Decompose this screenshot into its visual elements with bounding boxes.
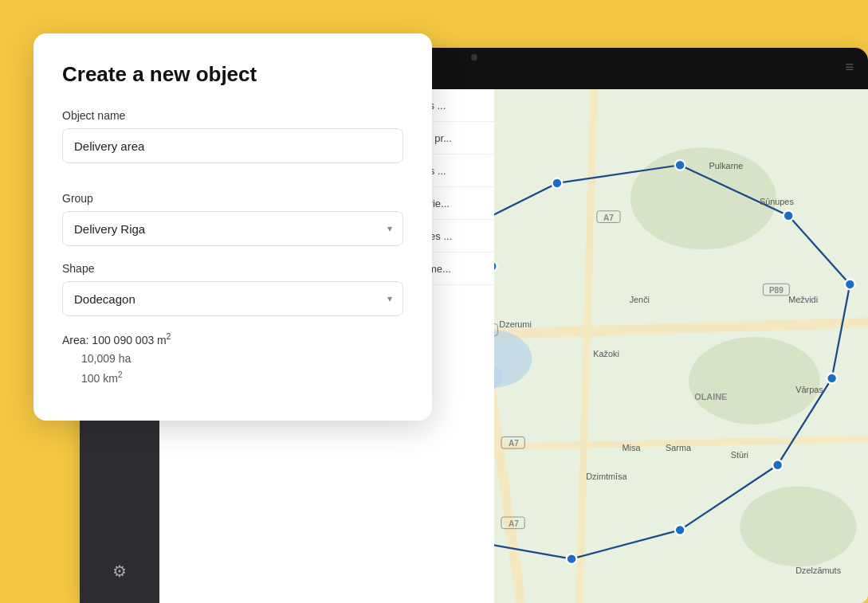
area-details: 10,009 ha 100 km2 bbox=[62, 350, 403, 389]
svg-point-10 bbox=[689, 337, 820, 425]
shape-label: Shape bbox=[62, 262, 403, 275]
group-label: Group bbox=[62, 192, 403, 205]
sidebar-icon-settings[interactable]: ⚙ bbox=[100, 552, 139, 590]
shape-select-wrapper: Dodecagon ▾ bbox=[62, 281, 403, 316]
svg-text:A7: A7 bbox=[509, 519, 519, 528]
menu-icon[interactable]: ≡ bbox=[845, 59, 854, 76]
object-name-input[interactable] bbox=[62, 128, 403, 163]
shape-select[interactable]: Dodecagon bbox=[62, 281, 403, 316]
camera-dot bbox=[471, 54, 477, 61]
svg-text:A7: A7 bbox=[509, 439, 519, 448]
area-ha: 10,009 ha bbox=[81, 350, 403, 369]
area-m2: Area: 100 090 003 m2 bbox=[62, 332, 403, 347]
svg-point-12 bbox=[740, 487, 856, 567]
area-km: 100 km2 bbox=[81, 368, 403, 388]
svg-point-9 bbox=[630, 147, 776, 249]
group-select-wrapper: Delivery Riga ▾ bbox=[62, 211, 403, 246]
modal-title: Create a new object bbox=[62, 62, 403, 87]
object-name-group: Object name bbox=[62, 109, 403, 179]
area-info: Area: 100 090 003 m2 10,009 ha 100 km2 bbox=[62, 332, 403, 389]
group-group: Group Delivery Riga ▾ bbox=[62, 192, 403, 246]
group-select[interactable]: Delivery Riga bbox=[62, 211, 403, 246]
svg-text:P89: P89 bbox=[769, 286, 784, 295]
object-name-label: Object name bbox=[62, 109, 403, 122]
shape-group: Shape Dodecagon ▾ bbox=[62, 262, 403, 316]
modal-card: Create a new object Object name Group De… bbox=[33, 33, 432, 421]
svg-text:A7: A7 bbox=[603, 213, 614, 222]
device-camera bbox=[426, 48, 522, 67]
